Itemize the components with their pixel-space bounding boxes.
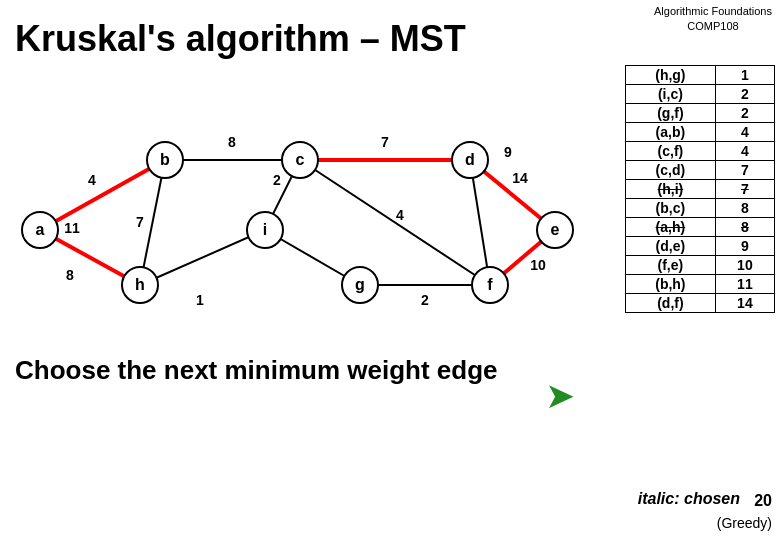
edge-weight: 1 <box>715 66 774 85</box>
svg-text:8: 8 <box>66 267 74 283</box>
svg-line-0 <box>40 160 165 230</box>
svg-line-7 <box>140 230 265 285</box>
svg-text:8: 8 <box>228 134 236 150</box>
table-row: (d,f)14 <box>626 294 775 313</box>
svg-text:2: 2 <box>421 292 429 308</box>
table-row: (a,b)4 <box>626 123 775 142</box>
edge-weight: 14 <box>715 294 774 313</box>
graph-area: a b c d e f g h i 8 7 4 11 8 7 <box>10 65 620 325</box>
edge-weight: 11 <box>715 275 774 294</box>
edge-weight: 8 <box>715 199 774 218</box>
table-row: (i,c)2 <box>626 85 775 104</box>
edge-label: (h,g) <box>626 66 716 85</box>
svg-text:f: f <box>487 276 493 293</box>
table-row: (f,e)10 <box>626 256 775 275</box>
edge-label: (g,f) <box>626 104 716 123</box>
svg-text:9: 9 <box>504 144 512 160</box>
table-row: (h,i)7 <box>626 180 775 199</box>
edge-label: (a,h) <box>626 218 716 237</box>
svg-text:14: 14 <box>512 170 528 186</box>
svg-text:4: 4 <box>396 207 404 223</box>
edge-label: (a,b) <box>626 123 716 142</box>
edge-weight: 9 <box>715 237 774 256</box>
edge-label: (b,c) <box>626 199 716 218</box>
edge-label: (f,e) <box>626 256 716 275</box>
edge-weight: 7 <box>715 161 774 180</box>
greedy-label: (Greedy) <box>717 515 772 531</box>
edge-weight: 8 <box>715 218 774 237</box>
table-row: (a,h)8 <box>626 218 775 237</box>
edge-weight: 4 <box>715 142 774 161</box>
table-row: (c,d)7 <box>626 161 775 180</box>
svg-text:a: a <box>36 221 45 238</box>
edge-label: (d,e) <box>626 237 716 256</box>
svg-text:c: c <box>296 151 305 168</box>
edge-weight: 2 <box>715 85 774 104</box>
edge-label: (c,f) <box>626 142 716 161</box>
svg-text:e: e <box>551 221 560 238</box>
edge-label: (h,i) <box>626 180 716 199</box>
svg-text:4: 4 <box>88 172 96 188</box>
edge-weight: 10 <box>715 256 774 275</box>
edge-weight: 2 <box>715 104 774 123</box>
table-row: (c,f)4 <box>626 142 775 161</box>
svg-text:7: 7 <box>136 214 144 230</box>
edge-weight: 7 <box>715 180 774 199</box>
edge-weight-table: (h,g)1(i,c)2(g,f)2(a,b)4(c,f)4(c,d)7(h,i… <box>625 65 775 313</box>
page-number: 20 <box>754 492 772 510</box>
svg-text:g: g <box>355 276 365 293</box>
table-row: (d,e)9 <box>626 237 775 256</box>
edge-weight: 4 <box>715 123 774 142</box>
table-row: (h,g)1 <box>626 66 775 85</box>
svg-text:7: 7 <box>381 134 389 150</box>
svg-text:2: 2 <box>273 172 281 188</box>
instruction-text: Choose the next minimum weight edge <box>15 355 498 386</box>
svg-text:10: 10 <box>530 257 546 273</box>
svg-text:b: b <box>160 151 170 168</box>
page-title: Kruskal's algorithm – MST <box>15 18 466 60</box>
edge-label: (b,h) <box>626 275 716 294</box>
svg-text:11: 11 <box>64 220 80 236</box>
edge-label: (i,c) <box>626 85 716 104</box>
table-row: (b,c)8 <box>626 199 775 218</box>
course-header: Algorithmic Foundations COMP108 <box>654 4 772 35</box>
svg-text:i: i <box>263 221 267 238</box>
table-row: (b,h)11 <box>626 275 775 294</box>
svg-text:h: h <box>135 276 145 293</box>
italic-note: italic: chosen <box>638 490 740 508</box>
edge-label: (d,f) <box>626 294 716 313</box>
table-row: (g,f)2 <box>626 104 775 123</box>
svg-text:1: 1 <box>196 292 204 308</box>
svg-text:d: d <box>465 151 475 168</box>
arrow-icon: ➤ <box>545 375 575 417</box>
edge-label: (c,d) <box>626 161 716 180</box>
edge-table-area: (h,g)1(i,c)2(g,f)2(a,b)4(c,f)4(c,d)7(h,i… <box>625 65 775 313</box>
